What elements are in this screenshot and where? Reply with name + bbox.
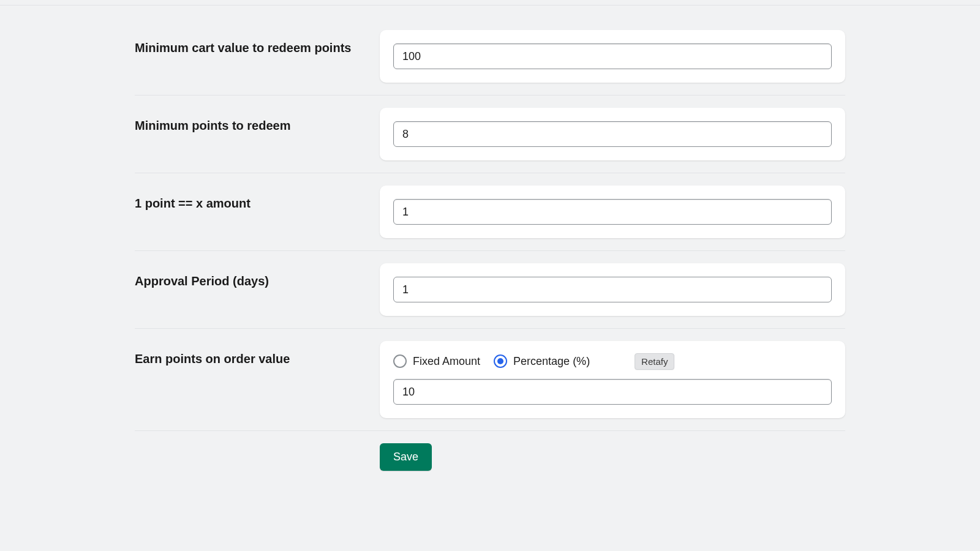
row-min-points: Minimum points to redeem	[135, 96, 845, 173]
card-point-amount	[380, 186, 845, 238]
row-earn-points: Earn points on order value Fixed Amount …	[135, 329, 845, 431]
save-button[interactable]: Save	[380, 443, 432, 471]
label-earn-points: Earn points on order value	[135, 352, 380, 366]
radio-group-earn-type: Fixed Amount Percentage (%) Retafy	[393, 354, 832, 368]
input-approval-period[interactable]	[393, 277, 832, 302]
radio-fixed-amount[interactable]: Fixed Amount	[393, 354, 480, 368]
radio-percentage[interactable]: Percentage (%) Retafy	[494, 354, 590, 368]
chip-retafy: Retafy	[635, 353, 674, 370]
radio-icon-checked	[494, 354, 507, 368]
row-point-amount: 1 point == x amount	[135, 173, 845, 251]
card-earn-points: Fixed Amount Percentage (%) Retafy	[380, 341, 845, 418]
radio-dot-icon	[497, 358, 503, 364]
radio-label-percentage: Percentage (%)	[513, 355, 590, 368]
row-min-cart: Minimum cart value to redeem points	[135, 18, 845, 96]
label-approval-period: Approval Period (days)	[135, 274, 380, 288]
input-earn-points-value[interactable]	[393, 379, 832, 405]
card-min-cart	[380, 30, 845, 83]
label-min-cart: Minimum cart value to redeem points	[135, 41, 380, 55]
input-min-cart[interactable]	[393, 43, 832, 69]
label-min-points: Minimum points to redeem	[135, 119, 380, 133]
input-min-points[interactable]	[393, 121, 832, 147]
card-approval-period	[380, 263, 845, 316]
card-min-points	[380, 108, 845, 160]
input-point-amount[interactable]	[393, 199, 832, 225]
radio-icon-unchecked	[393, 354, 407, 368]
label-point-amount: 1 point == x amount	[135, 197, 380, 211]
save-row: Save	[135, 431, 845, 471]
radio-label-fixed: Fixed Amount	[413, 355, 480, 368]
row-approval-period: Approval Period (days)	[135, 251, 845, 329]
settings-form: Minimum cart value to redeem points Mini…	[135, 6, 845, 471]
